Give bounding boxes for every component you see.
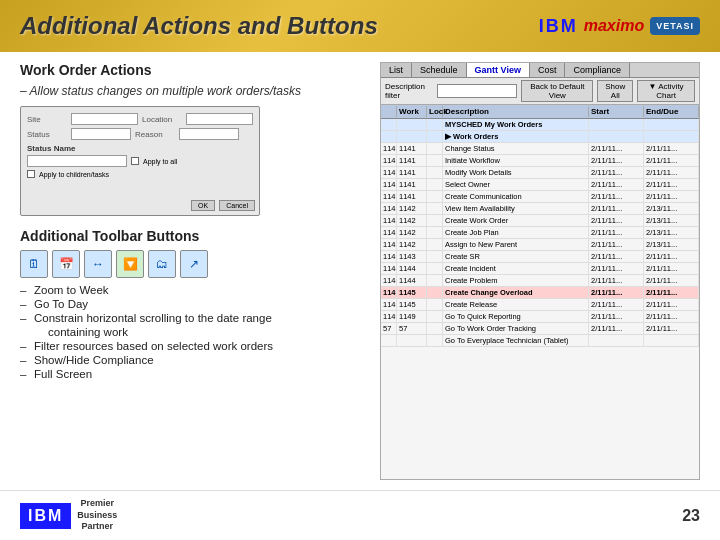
constrain-scroll-button[interactable]: ↔ bbox=[84, 250, 112, 278]
main-content: Work Order Actions – Allow status change… bbox=[0, 52, 720, 490]
table-row[interactable]: 11411141Select Owner2/11/11...2/11/11... bbox=[381, 179, 699, 191]
toolbar-section: Additional Toolbar Buttons 🗓 📅 ↔ 🔽 🗂 ↗ Z… bbox=[20, 228, 360, 380]
table-row[interactable]: ▶ Work Orders bbox=[381, 131, 699, 143]
table-row[interactable]: 11411141Create Communication2/11/11...2/… bbox=[381, 191, 699, 203]
activity-chart-button[interactable]: ▼ Activity Chart bbox=[637, 80, 695, 102]
bullet-compliance: Show/Hide Compliance bbox=[20, 354, 360, 366]
toolbar-buttons-row: 🗓 📅 ↔ 🔽 🗂 ↗ bbox=[20, 250, 360, 278]
go-to-day-button[interactable]: 📅 bbox=[52, 250, 80, 278]
table-row[interactable]: 11421142Create Job Plan2/11/11...2/13/11… bbox=[381, 227, 699, 239]
col-lock: Lock bbox=[427, 106, 443, 117]
table-row[interactable]: 11411141Initiate Workflow2/11/11...2/11/… bbox=[381, 155, 699, 167]
full-screen-button[interactable]: ↗ bbox=[180, 250, 208, 278]
back-to-default-button[interactable]: Back to Default View bbox=[521, 80, 593, 102]
right-panel: List Schedule Gantt View Cost Compliance… bbox=[380, 62, 700, 480]
col-num bbox=[381, 106, 397, 117]
description-filter-input[interactable] bbox=[437, 84, 517, 98]
partner-text: Premier Business Partner bbox=[77, 498, 117, 533]
table-row[interactable]: 11421142Assign to New Parent2/11/11...2/… bbox=[381, 239, 699, 251]
show-all-button[interactable]: Show All bbox=[597, 80, 633, 102]
col-start: Start bbox=[589, 106, 644, 117]
dialog-ok-button[interactable]: OK bbox=[191, 200, 215, 211]
logo-area: IBM maximo VETASI bbox=[539, 16, 700, 37]
ibm-logo-footer: IBM bbox=[20, 503, 71, 529]
col-work: Work bbox=[397, 106, 427, 117]
tab-list[interactable]: List bbox=[381, 63, 412, 77]
left-panel: Work Order Actions – Allow status change… bbox=[20, 62, 360, 480]
vetasi-badge: VETASI bbox=[650, 17, 700, 35]
table-row[interactable]: 11421142View Item Availability2/11/11...… bbox=[381, 203, 699, 215]
maximo-tabs: List Schedule Gantt View Cost Compliance bbox=[381, 63, 699, 78]
grid-header: Work Lock Description Start End/Due bbox=[381, 105, 699, 119]
table-row[interactable]: 11441144Create Incident2/11/11...2/11/11… bbox=[381, 263, 699, 275]
table-row[interactable]: 11451145Create Change Overload2/11/11...… bbox=[381, 287, 699, 299]
tab-cost[interactable]: Cost bbox=[530, 63, 566, 77]
page-number: 23 bbox=[682, 507, 700, 525]
table-row[interactable]: MYSCHED My Work Orders bbox=[381, 119, 699, 131]
table-row[interactable]: 11411141Modify Work Details2/11/11...2/1… bbox=[381, 167, 699, 179]
tab-compliance[interactable]: Compliance bbox=[565, 63, 630, 77]
maximo-toolbar: Description filter Back to Default View … bbox=[381, 78, 699, 105]
table-row[interactable]: 11431143Create SR2/11/11...2/11/11... bbox=[381, 251, 699, 263]
table-row[interactable]: 5757Go To Work Order Tracking2/11/11...2… bbox=[381, 323, 699, 335]
page-title: Additional Actions and Buttons bbox=[20, 12, 378, 40]
dialog-cancel-button[interactable]: Cancel bbox=[219, 200, 255, 211]
section2-title: Additional Toolbar Buttons bbox=[20, 228, 360, 244]
bullet-constrain: Constrain horizontal scrolling to the da… bbox=[20, 312, 360, 324]
table-row[interactable]: 11451145Create Release2/11/11...2/11/11.… bbox=[381, 299, 699, 311]
bullet-containing-work: containing work bbox=[20, 326, 360, 338]
footer: IBM Premier Business Partner 23 bbox=[0, 490, 720, 540]
bullet-go-to-day: Go To Day bbox=[20, 298, 360, 310]
page-header: Additional Actions and Buttons IBM maxim… bbox=[0, 0, 720, 52]
bullet-filter-resources: Filter resources based on selected work … bbox=[20, 340, 360, 352]
table-row[interactable]: 11411141Change Status2/11/11...2/11/11..… bbox=[381, 143, 699, 155]
section1-subtitle: – Allow status changes on multiple work … bbox=[20, 84, 360, 98]
table-row[interactable]: 11421142Create Work Order2/11/11...2/13/… bbox=[381, 215, 699, 227]
section1-title: Work Order Actions bbox=[20, 62, 360, 78]
grid-body[interactable]: MYSCHED My Work Orders ▶ Work Orders 114… bbox=[381, 119, 699, 347]
bullet-zoom-week: Zoom to Week bbox=[20, 284, 360, 296]
table-row[interactable]: Go To Everyplace Technician (Tablet) bbox=[381, 335, 699, 347]
feature-list: Zoom to Week Go To Day Constrain horizon… bbox=[20, 284, 360, 380]
bullet-fullscreen: Full Screen bbox=[20, 368, 360, 380]
table-row[interactable]: 11441144Create Problem2/11/11...2/11/11.… bbox=[381, 275, 699, 287]
ibm-partner-badge: IBM Premier Business Partner bbox=[20, 498, 117, 533]
tab-schedule[interactable]: Schedule bbox=[412, 63, 467, 77]
zoom-week-button[interactable]: 🗓 bbox=[20, 250, 48, 278]
mock-dialog: Site Location Status Reason Status Name … bbox=[20, 106, 260, 216]
tab-gantt-view[interactable]: Gantt View bbox=[467, 63, 530, 77]
desc-filter-label: Description filter bbox=[385, 82, 433, 100]
filter-resources-button[interactable]: 🔽 bbox=[116, 250, 144, 278]
table-row[interactable]: 11491149Go To Quick Reporting2/11/11...2… bbox=[381, 311, 699, 323]
col-end: End/Due bbox=[644, 106, 699, 117]
ibm-logo: IBM bbox=[539, 16, 578, 37]
maximo-logo: maximo bbox=[584, 17, 644, 35]
compliance-button[interactable]: 🗂 bbox=[148, 250, 176, 278]
col-desc: Description bbox=[443, 106, 589, 117]
